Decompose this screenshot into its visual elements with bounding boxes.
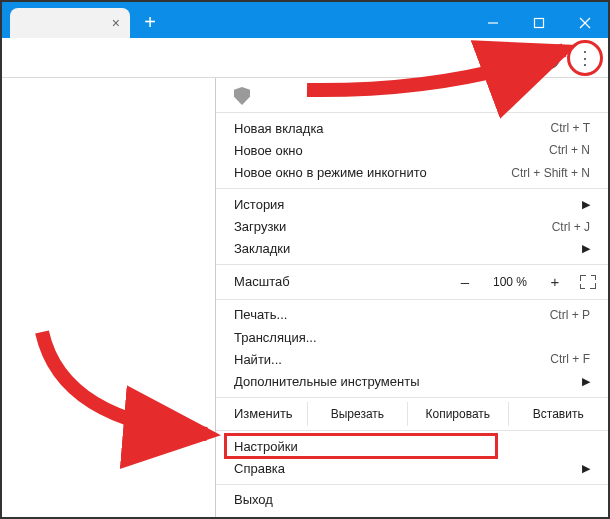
menu-label: Новое окно в режиме инкогнито (234, 165, 427, 180)
menu-item-help[interactable]: Справка ▶ (216, 457, 608, 479)
chevron-right-icon: ▶ (582, 462, 590, 475)
zoom-value: 100 % (486, 275, 534, 289)
menu-item-print[interactable]: Печать... Ctrl + P (216, 304, 608, 326)
menu-label: Новая вкладка (234, 121, 324, 136)
chevron-right-icon: ▶ (582, 375, 590, 388)
menu-item-incognito[interactable]: Новое окно в режиме инкогнито Ctrl + Shi… (216, 162, 608, 184)
extension-row[interactable] (216, 84, 608, 108)
tab-strip: × + (2, 8, 470, 38)
menu-item-downloads[interactable]: Загрузки Ctrl + J (216, 215, 608, 237)
tab-close-icon[interactable]: × (112, 15, 120, 31)
menu-label: Загрузки (234, 219, 286, 234)
menu-item-new-window[interactable]: Новое окно Ctrl + N (216, 139, 608, 161)
menu-shortcut: Ctrl + Shift + N (511, 166, 590, 180)
menu-label: Закладки (234, 241, 290, 256)
bookmark-star-icon[interactable]: ☆ (514, 47, 530, 69)
menu-item-edit: Изменить Вырезать Копировать Вставить (216, 402, 608, 426)
title-bar: × + (2, 2, 608, 38)
menu-label: История (234, 197, 284, 212)
menu-shortcut: Ctrl + F (550, 352, 590, 366)
main-menu: Новая вкладка Ctrl + T Новое окно Ctrl +… (216, 78, 608, 517)
menu-shortcut: Ctrl + T (551, 121, 590, 135)
svg-rect-1 (535, 19, 544, 28)
menu-item-history[interactable]: История ▶ (216, 193, 608, 215)
cut-button[interactable]: Вырезать (307, 402, 407, 426)
edit-label: Изменить (216, 406, 307, 421)
toolbar: ☆ ⋮ (2, 38, 608, 78)
window-close-button[interactable] (562, 8, 608, 38)
menu-item-bookmarks[interactable]: Закладки ▶ (216, 238, 608, 260)
menu-label: Новое окно (234, 143, 303, 158)
new-tab-button[interactable]: + (136, 8, 164, 36)
maximize-button[interactable] (516, 8, 562, 38)
menu-label: Справка (234, 461, 285, 476)
address-bar[interactable] (10, 44, 498, 72)
annotation-circle (567, 40, 603, 76)
window-controls (470, 8, 608, 38)
menu-shortcut: Ctrl + P (550, 308, 590, 322)
shield-icon (234, 87, 250, 105)
browser-tab[interactable]: × (10, 8, 130, 38)
menu-label: Найти... (234, 352, 282, 367)
menu-label: Трансляция... (234, 330, 317, 345)
menu-item-new-tab[interactable]: Новая вкладка Ctrl + T (216, 117, 608, 139)
menu-label: Выход (234, 492, 273, 507)
menu-item-exit[interactable]: Выход (216, 489, 608, 511)
minimize-button[interactable] (470, 8, 516, 38)
menu-item-settings[interactable]: Настройки (216, 435, 608, 457)
profile-avatar-icon[interactable] (538, 47, 560, 69)
menu-shortcut: Ctrl + J (552, 220, 590, 234)
content-area: Новая вкладка Ctrl + T Новое окно Ctrl +… (2, 78, 608, 517)
zoom-label: Масштаб (234, 274, 444, 289)
paste-button[interactable]: Вставить (508, 402, 608, 426)
chevron-right-icon: ▶ (582, 198, 590, 211)
menu-item-more-tools[interactable]: Дополнительные инструменты ▶ (216, 371, 608, 393)
menu-label: Настройки (234, 439, 298, 454)
menu-label: Дополнительные инструменты (234, 374, 420, 389)
zoom-in-button[interactable]: + (544, 273, 566, 290)
menu-item-zoom: Масштаб – 100 % + (216, 269, 608, 295)
menu-item-cast[interactable]: Трансляция... (216, 326, 608, 348)
copy-button[interactable]: Копировать (407, 402, 507, 426)
chevron-right-icon: ▶ (582, 242, 590, 255)
main-menu-button[interactable]: ⋮ (568, 41, 602, 75)
menu-shortcut: Ctrl + N (549, 143, 590, 157)
menu-item-find[interactable]: Найти... Ctrl + F (216, 348, 608, 370)
page-viewport (2, 78, 216, 517)
zoom-out-button[interactable]: – (454, 273, 476, 290)
menu-label: Печать... (234, 307, 287, 322)
fullscreen-icon[interactable] (580, 275, 596, 289)
